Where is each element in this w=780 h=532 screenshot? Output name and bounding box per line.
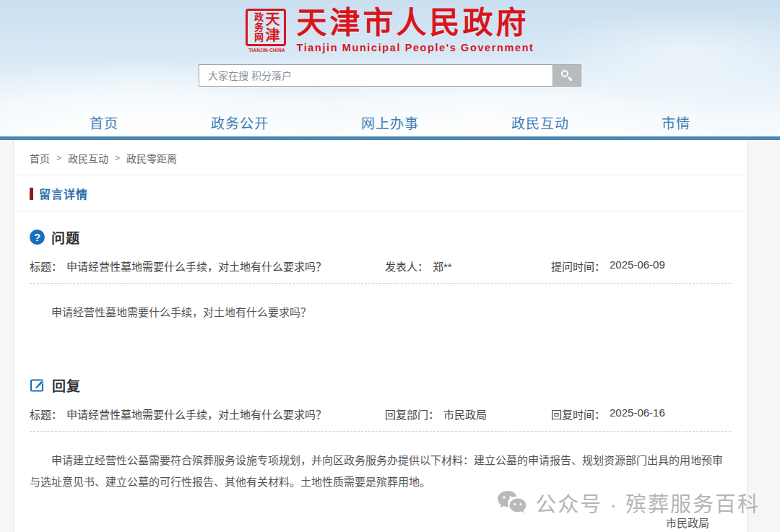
page-title: 留言详情 (39, 185, 88, 202)
question-mark-icon: ? (30, 230, 45, 245)
nav-item-city-profile[interactable]: 市情 (654, 110, 698, 135)
seal-left-text: 政务网 (254, 12, 263, 43)
question-author-cell: 发表人： 郑** (385, 258, 551, 274)
main-nav: 首页 政务公开 网上办事 政民互动 市情 (0, 110, 780, 135)
reply-time: 2025-06-16 (610, 406, 665, 422)
search-box (199, 64, 581, 87)
question-time-cell: 提问时间： 2025-06-09 (551, 258, 665, 274)
question-title: 申请经营性墓地需要什么手续，对土地有什么要求吗？ (66, 258, 326, 274)
question-time: 2025-06-09 (610, 258, 665, 274)
reply-meta-row: 标题： 申请经营性墓地需要什么手续，对土地有什么要求吗？ 回复部门： 市民政局 … (30, 406, 731, 422)
reply-title-cell: 标题： 申请经营性墓地需要什么手续，对土地有什么要求吗？ (30, 406, 385, 422)
question-author: 郑** (433, 258, 452, 274)
site-subtitle: Tianjin Municipal People's Government (296, 42, 534, 53)
nav-item-gov-info[interactable]: 政务公开 (204, 110, 276, 135)
breadcrumb: 首页 > 政民互动 > 政民零距离 (14, 140, 747, 175)
watermark-text: 公众号 · 殡葬服务百科 (535, 487, 760, 518)
reply-heading-row: 回复 (30, 375, 731, 395)
reply-title-label: 标题： (30, 406, 62, 422)
reply-body: 申请建立经营性公墓需要符合殡葬服务设施专项规划，并向区政务服务办提供以下材料：建… (30, 432, 731, 493)
reply-time-cell: 回复时间： 2025-06-16 (551, 406, 665, 422)
seal-icon: 政务网 天津 (246, 9, 286, 46)
nav-item-public-interaction[interactable]: 政民互动 (504, 110, 576, 135)
question-author-label: 发表人： (385, 258, 428, 274)
search-button[interactable] (552, 64, 581, 87)
section-title-accent-bar (30, 188, 33, 200)
wechat-icon (496, 489, 528, 516)
question-title-cell: 标题： 申请经营性墓地需要什么手续，对土地有什么要求吗？ (30, 258, 385, 274)
breadcrumb-separator: > (56, 153, 61, 163)
reply-title: 申请经营性墓地需要什么手续，对土地有什么要求吗？ (66, 406, 326, 422)
watermark: 公众号 · 殡葬服务百科 (496, 487, 760, 518)
question-body: 申请经营性墓地需要什么手续，对土地有什么要求吗？ (30, 284, 731, 359)
reply-dept-cell: 回复部门： 市民政局 (385, 406, 551, 422)
seal-right-text: 天津 (264, 12, 279, 43)
question-block: ? 问题 标题： 申请经营性墓地需要什么手续，对土地有什么要求吗？ 发表人： 郑… (14, 227, 747, 359)
breadcrumb-separator: > (115, 153, 120, 163)
breadcrumb-public-interaction[interactable]: 政民互动 (68, 151, 108, 165)
search-row (0, 64, 780, 87)
site-header: 政务网 天津 TIANJIN-CHINA 天津市人民政府 Tianjin Mun… (0, 0, 780, 136)
reply-edit-icon (30, 378, 46, 393)
question-time-label: 提问时间： (551, 258, 605, 274)
breadcrumb-home[interactable]: 首页 (30, 151, 50, 165)
section-title-row: 留言详情 (14, 175, 747, 212)
nav-item-online-services[interactable]: 网上办事 (354, 110, 426, 135)
site-title-block: 天津市人民政府 Tianjin Municipal People's Gover… (296, 7, 534, 53)
nav-item-home[interactable]: 首页 (82, 110, 126, 135)
reply-time-label: 回复时间： (551, 406, 605, 422)
question-heading: 问题 (51, 227, 80, 247)
question-title-label: 标题： (30, 258, 62, 274)
reply-dept: 市民政局 (443, 406, 487, 422)
logo-row: 政务网 天津 TIANJIN-CHINA 天津市人民政府 Tianjin Mun… (0, 0, 780, 53)
seal-caption: TIANJIN-CHINA (246, 48, 287, 53)
question-meta-row: 标题： 申请经营性墓地需要什么手续，对土地有什么要求吗？ 发表人： 郑** 提问… (30, 258, 731, 274)
reply-heading: 回复 (52, 375, 81, 395)
site-title: 天津市人民政府 (296, 7, 534, 39)
search-input[interactable] (199, 64, 552, 87)
reply-dept-label: 回复部门： (385, 406, 439, 422)
breadcrumb-current-page: 政民零距离 (126, 151, 177, 165)
question-heading-row: ? 问题 (30, 227, 731, 247)
government-seal-logo: 政务网 天津 TIANJIN-CHINA (246, 9, 287, 53)
search-icon (561, 70, 573, 82)
content-panel: 首页 > 政民互动 > 政民零距离 留言详情 ? 问题 标题： 申请经营性墓地需… (13, 140, 748, 532)
